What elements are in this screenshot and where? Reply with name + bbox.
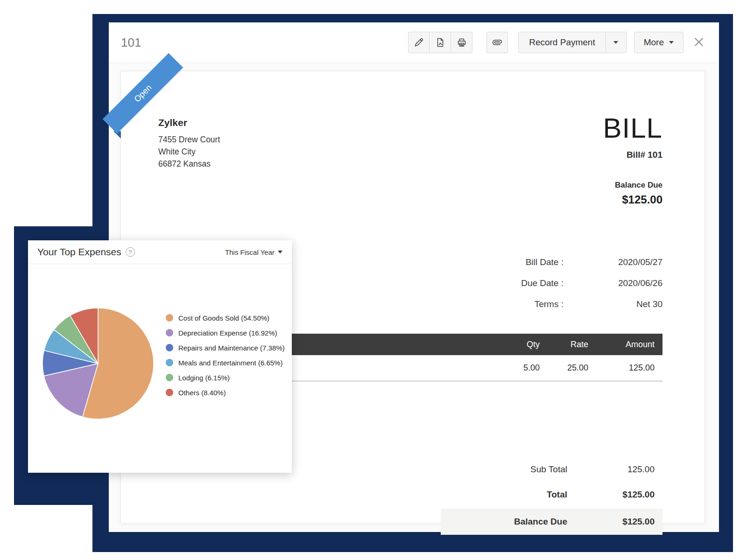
amount-header: Amount	[588, 340, 655, 350]
legend-item: Lodging (6.15%)	[166, 372, 285, 383]
pencil-icon	[413, 37, 424, 48]
subtotal-row: Sub Total 125.00	[441, 459, 662, 480]
subtotal-value: 125.00	[588, 464, 655, 475]
bill-meta-block: Bill Date : 2020/05/27 Due Date : 2020/0…	[462, 257, 662, 320]
legend-label: Others (8.40%)	[178, 389, 226, 397]
legend-item: Cost of Goods Sold (54.50%)	[166, 313, 285, 323]
print-button[interactable]	[451, 32, 472, 53]
period-selector-label: This Fiscal Year	[225, 248, 275, 256]
paperclip-icon	[492, 37, 502, 48]
legend-color-dot	[166, 329, 173, 336]
expenses-pie-chart	[33, 298, 163, 429]
record-payment-button[interactable]: Record Payment	[518, 32, 606, 53]
bill-number: Bill# 101	[603, 150, 662, 160]
chevron-down-icon	[613, 41, 618, 44]
qty-cell: 5.00	[487, 363, 540, 373]
pdf-button[interactable]	[430, 32, 451, 53]
vendor-address-line: 66872 Kansas	[158, 158, 220, 170]
toolbar: 101	[109, 22, 719, 63]
legend-item: Others (8.40%)	[166, 387, 285, 398]
document-type-title: BILL	[603, 114, 662, 142]
legend-color-dot	[166, 344, 173, 351]
period-selector[interactable]: This Fiscal Year	[225, 248, 282, 256]
chevron-down-icon	[669, 41, 674, 44]
bill-date-label: Bill Date :	[462, 257, 564, 267]
vendor-address-line: 7455 Drew Court	[158, 133, 220, 146]
bill-number-title: 101	[121, 35, 141, 50]
attach-button[interactable]	[486, 32, 508, 53]
vendor-name: Zylker	[158, 117, 220, 128]
legend-label: Meals and Entertainment (6.65%)	[178, 359, 282, 367]
balance-due-label: Balance Due	[603, 181, 662, 190]
due-date-value: 2020/06/26	[564, 278, 662, 288]
terms-value: Net 30	[564, 299, 662, 309]
due-date-row: Due Date : 2020/06/26	[462, 278, 662, 288]
top-expenses-header: Your Top Expenses ? This Fiscal Year	[28, 240, 292, 264]
legend-label: Cost of Goods Sold (54.50%)	[178, 314, 269, 322]
chevron-down-icon	[278, 251, 282, 253]
legend-label: Lodging (6.15%)	[178, 374, 230, 382]
legend-item: Depreciation Expense (16.92%)	[166, 328, 285, 338]
legend-label: Repairs and Maintenance (7.38%)	[178, 344, 285, 352]
toolbar-actions: Record Payment More	[408, 32, 707, 53]
icon-button-group	[408, 32, 472, 53]
pdf-icon	[435, 37, 446, 48]
record-payment-dropdown[interactable]	[606, 32, 627, 53]
legend-color-dot	[166, 314, 173, 322]
close-icon	[693, 36, 705, 49]
terms-row: Terms : Net 30	[462, 299, 662, 309]
top-expenses-title: Your Top Expenses	[37, 246, 121, 258]
vendor-address-line: White City	[158, 146, 220, 158]
top-expenses-card: Your Top Expenses ? This Fiscal Year Cos…	[28, 240, 292, 473]
balance-due-row-value: $125.00	[588, 517, 655, 527]
total-value: $125.00	[588, 490, 655, 500]
legend-label: Depreciation Expense (16.92%)	[178, 329, 277, 337]
more-button-label: More	[644, 37, 664, 48]
subtotal-label: Sub Total	[441, 464, 567, 475]
expenses-legend: Cost of Goods Sold (54.50%)Depreciation …	[166, 313, 285, 398]
amount-cell: 125.00	[588, 363, 655, 373]
bill-header-block: BILL Bill# 101 Balance Due $125.00	[603, 114, 662, 206]
qty-header: Qty	[487, 340, 540, 350]
total-label: Total	[441, 490, 567, 500]
due-date-label: Due Date :	[462, 278, 564, 288]
record-payment-split-button: Record Payment	[518, 32, 627, 53]
top-expenses-body: Cost of Goods Sold (54.50%)Depreciation …	[28, 264, 292, 472]
more-button[interactable]: More	[634, 32, 684, 53]
balance-due-value: $125.00	[603, 193, 662, 206]
legend-color-dot	[166, 359, 173, 366]
terms-label: Terms :	[462, 299, 564, 309]
vendor-address-block: Zylker 7455 Drew Court White City 66872 …	[158, 117, 220, 170]
balance-due-row: Balance Due $125.00	[441, 509, 662, 535]
bill-date-row: Bill Date : 2020/05/27	[462, 257, 662, 267]
totals-block: Sub Total 125.00 Total $125.00 Balance D…	[441, 459, 662, 535]
legend-color-dot	[166, 389, 173, 396]
rate-header: Rate	[540, 340, 588, 350]
legend-item: Repairs and Maintenance (7.38%)	[166, 343, 285, 353]
printer-icon	[456, 37, 467, 48]
close-button[interactable]	[691, 35, 707, 50]
bill-date-value: 2020/05/27	[564, 257, 662, 267]
help-icon[interactable]: ?	[126, 247, 135, 257]
legend-color-dot	[166, 374, 173, 381]
legend-item: Meals and Entertainment (6.65%)	[166, 357, 285, 368]
balance-due-row-label: Balance Due	[441, 517, 567, 527]
total-row: Total $125.00	[441, 482, 662, 507]
rate-cell: 25.00	[540, 363, 588, 373]
edit-button[interactable]	[408, 32, 430, 53]
